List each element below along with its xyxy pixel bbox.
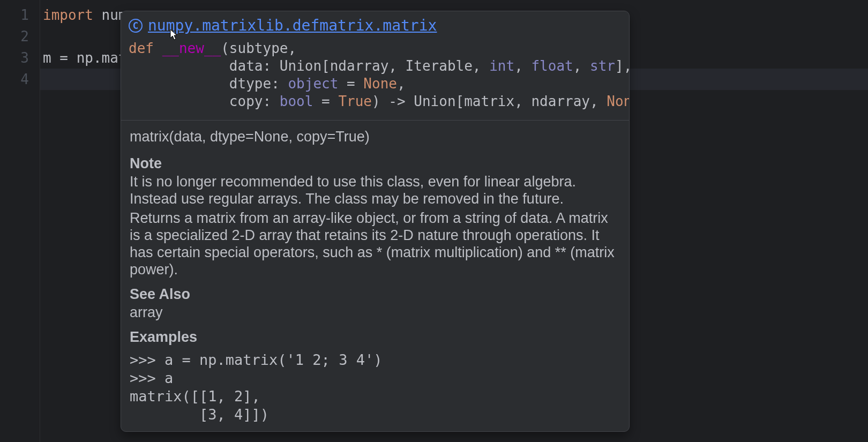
documentation-popup[interactable]: C numpy.matrixlib.defmatrix.matrix def _… bbox=[121, 11, 630, 432]
class-icon: C bbox=[129, 19, 143, 33]
variable-name: m bbox=[43, 50, 51, 66]
line-number: 3 bbox=[0, 47, 29, 69]
popup-header: C numpy.matrixlib.defmatrix.matrix bbox=[121, 11, 629, 38]
examples-code: >>> a = np.matrix('1 2; 3 4') >>> a matr… bbox=[130, 351, 620, 424]
note-body: It is no longer recommended to use this … bbox=[130, 173, 620, 207]
equals-operator: = bbox=[59, 50, 68, 66]
keyword-import: import bbox=[43, 7, 93, 23]
function-name: __new__ bbox=[162, 40, 221, 56]
qualified-name-link[interactable]: numpy.matrixlib.defmatrix.matrix bbox=[148, 17, 437, 34]
function-signature: def __new__(subtype, data: Union[ndarray… bbox=[121, 38, 629, 120]
keyword-def: def bbox=[129, 40, 162, 56]
doc-summary: matrix(data, dtype=None, copy=True) bbox=[130, 128, 620, 145]
mouse-cursor-icon bbox=[169, 28, 178, 41]
see-also-heading: See Also bbox=[130, 286, 620, 303]
see-also-body: array bbox=[130, 304, 620, 321]
description: Returns a matrix from an array-like obje… bbox=[130, 209, 620, 278]
line-number: 2 bbox=[0, 26, 29, 47]
line-number: 1 bbox=[0, 4, 29, 26]
line-number: 4 bbox=[0, 69, 29, 90]
documentation-body: matrix(data, dtype=None, copy=True) Note… bbox=[121, 120, 629, 431]
examples-heading: Examples bbox=[130, 328, 620, 346]
line-number-gutter: 1 2 3 4 bbox=[0, 0, 40, 442]
note-heading: Note bbox=[130, 155, 620, 172]
expression: np.mat bbox=[77, 50, 127, 66]
